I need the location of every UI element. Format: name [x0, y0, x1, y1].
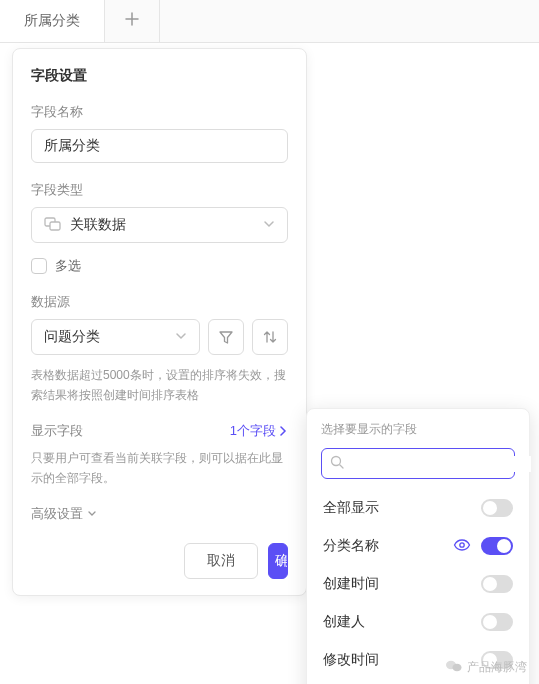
toggle-created-time[interactable] — [481, 575, 513, 593]
tab-add-button[interactable] — [105, 0, 160, 42]
eye-icon — [453, 538, 471, 555]
svg-point-3 — [460, 542, 464, 546]
tab-bar: 所属分类 — [0, 0, 539, 43]
field-item-created-time[interactable]: 创建时间 — [321, 565, 515, 603]
filter-icon — [218, 329, 234, 345]
svg-point-5 — [453, 664, 462, 672]
multi-select-label: 多选 — [55, 257, 81, 275]
svg-point-2 — [332, 457, 341, 466]
display-fields-label: 显示字段 — [31, 422, 83, 440]
field-item-label: 创建人 — [323, 613, 365, 631]
field-item-label: 全部显示 — [323, 499, 379, 517]
confirm-button[interactable]: 确 — [268, 543, 288, 579]
field-settings-panel: 字段设置 字段名称 字段类型 关联数据 多选 数据源 问题分类 — [12, 48, 307, 596]
tab-category[interactable]: 所属分类 — [0, 0, 105, 42]
wechat-icon — [445, 659, 463, 676]
popover-title: 选择要显示的字段 — [321, 421, 515, 438]
field-type-label: 字段类型 — [31, 181, 288, 199]
field-item-show-all[interactable]: 全部显示 — [321, 489, 515, 527]
field-item-modified-by[interactable]: 修改人 — [321, 679, 515, 684]
chevron-down-icon — [175, 329, 187, 345]
filter-button[interactable] — [208, 319, 244, 355]
advanced-settings-toggle[interactable]: 高级设置 — [31, 505, 97, 523]
sort-icon — [262, 329, 278, 345]
chevron-right-icon — [278, 426, 288, 436]
multi-select-checkbox[interactable] — [31, 258, 47, 274]
chevron-down-icon — [87, 509, 97, 519]
toggle-created-by[interactable] — [481, 613, 513, 631]
field-item-label: 创建时间 — [323, 575, 379, 593]
field-type-value: 关联数据 — [70, 216, 126, 234]
field-item-label: 分类名称 — [323, 537, 379, 555]
field-name-input[interactable] — [31, 129, 288, 163]
panel-title: 字段设置 — [31, 67, 288, 85]
multi-select-row: 多选 — [31, 257, 288, 275]
datasource-select[interactable]: 问题分类 — [31, 319, 200, 355]
cancel-button[interactable]: 取消 — [184, 543, 258, 579]
field-item-category-name[interactable]: 分类名称 — [321, 527, 515, 565]
display-fields-link[interactable]: 1个字段 — [230, 422, 288, 440]
search-icon — [330, 455, 344, 472]
sort-button[interactable] — [252, 319, 288, 355]
link-data-icon — [44, 217, 62, 234]
search-input[interactable] — [356, 456, 531, 472]
field-name-label: 字段名称 — [31, 103, 288, 121]
plus-icon — [125, 12, 139, 26]
display-fields-hint: 只要用户可查看当前关联字段，则可以据在此显示的全部字段。 — [31, 448, 288, 489]
datasource-value: 问题分类 — [44, 328, 100, 346]
search-box[interactable] — [321, 448, 515, 479]
toggle-show-all[interactable] — [481, 499, 513, 517]
toggle-category-name[interactable] — [481, 537, 513, 555]
field-item-created-by[interactable]: 创建人 — [321, 603, 515, 641]
svg-rect-1 — [50, 222, 60, 230]
field-item-label: 修改时间 — [323, 651, 379, 669]
datasource-label: 数据源 — [31, 293, 288, 311]
watermark: 产品海豚湾 — [445, 659, 527, 676]
datasource-hint: 表格数据超过5000条时，设置的排序将失效，搜索结果将按照创建时间排序表格 — [31, 365, 288, 406]
display-fields-popover: 选择要显示的字段 全部显示 分类名称 创建时间 创建人 — [306, 408, 530, 684]
chevron-down-icon — [263, 217, 275, 233]
field-type-select[interactable]: 关联数据 — [31, 207, 288, 243]
